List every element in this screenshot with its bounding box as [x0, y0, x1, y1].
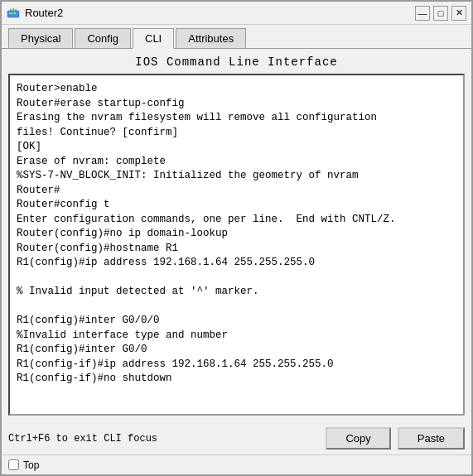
action-buttons: Copy Paste	[326, 427, 465, 450]
terminal-window[interactable]: Router>enable Router#erase startup-confi…	[8, 74, 465, 416]
title-bar-left: Router2	[7, 7, 63, 20]
tab-physical[interactable]: Physical	[8, 28, 73, 48]
footer-bar: Top	[2, 454, 471, 474]
bottom-bar: Ctrl+F6 to exit CLI focus Copy Paste	[2, 422, 471, 454]
tab-attributes[interactable]: Attributes	[176, 28, 246, 48]
svg-rect-0	[7, 11, 19, 17]
title-bar: Router2 — □ ✕	[2, 2, 471, 25]
window-title: Router2	[25, 7, 63, 19]
top-checkbox[interactable]	[8, 459, 19, 470]
tab-cli[interactable]: CLI	[133, 28, 174, 49]
main-window: Router2 — □ ✕ Physical Config CLI Attrib…	[0, 0, 473, 476]
shortcut-hint: Ctrl+F6 to exit CLI focus	[8, 433, 157, 445]
paste-button[interactable]: Paste	[398, 427, 465, 450]
tab-bar: Physical Config CLI Attributes	[2, 25, 471, 49]
top-label: Top	[23, 459, 39, 471]
svg-rect-2	[12, 12, 13, 14]
minimize-button[interactable]: —	[415, 6, 430, 21]
maximize-button[interactable]: □	[433, 6, 448, 21]
router-icon	[7, 7, 20, 20]
terminal-text: Router>enable Router#erase startup-confi…	[17, 82, 456, 387]
content-area: IOS Command Line Interface Router>enable…	[2, 49, 471, 422]
tab-config[interactable]: Config	[75, 28, 131, 48]
svg-rect-3	[14, 12, 16, 14]
window-controls: — □ ✕	[415, 6, 466, 21]
close-button[interactable]: ✕	[451, 6, 466, 21]
cli-heading: IOS Command Line Interface	[8, 55, 465, 69]
svg-rect-1	[9, 12, 11, 14]
copy-button[interactable]: Copy	[326, 427, 390, 450]
